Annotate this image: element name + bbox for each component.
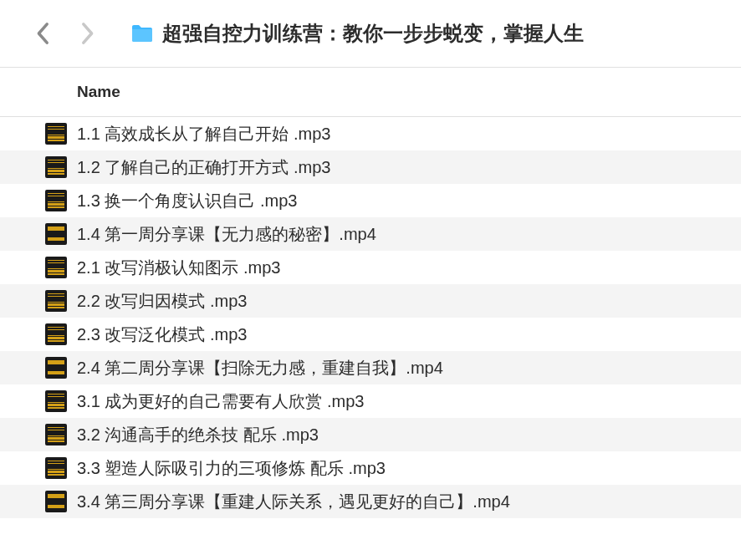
file-name: 3.4 第三周分享课【重建人际关系，遇见更好的自己】.mp4 xyxy=(77,491,510,513)
file-row[interactable]: 3.1 成为更好的自己需要有人欣赏 .mp3 xyxy=(0,384,741,418)
file-name: 2.3 改写泛化模式 .mp3 xyxy=(77,323,247,346)
audio-file-icon xyxy=(45,257,67,278)
folder-icon xyxy=(130,23,154,43)
chevron-left-icon xyxy=(36,22,51,45)
file-list: 1.1 高效成长从了解自己开始 .mp3 1.2 了解自己的正确打开方式 .mp… xyxy=(0,117,741,518)
nav-buttons xyxy=(33,23,97,43)
file-row[interactable]: 2.2 改写归因模式 .mp3 xyxy=(0,284,741,318)
file-row[interactable]: 3.2 沟通高手的绝杀技 配乐 .mp3 xyxy=(0,418,741,451)
file-name: 1.2 了解自己的正确打开方式 .mp3 xyxy=(77,156,330,179)
file-row[interactable]: 3.3 塑造人际吸引力的三项修炼 配乐 .mp3 xyxy=(0,451,741,485)
column-header-name[interactable]: Name xyxy=(77,83,120,101)
toolbar: 超强自控力训练营：教你一步步蜕变，掌握人生 xyxy=(0,0,741,68)
file-row[interactable]: 1.3 换一个角度认识自己 .mp3 xyxy=(0,184,741,217)
file-name: 3.1 成为更好的自己需要有人欣赏 .mp3 xyxy=(77,390,364,413)
audio-file-icon xyxy=(45,390,67,412)
chevron-right-icon xyxy=(79,22,95,45)
column-header-row: Name xyxy=(0,68,741,117)
audio-file-icon xyxy=(45,156,67,178)
file-row[interactable]: 1.1 高效成长从了解自己开始 .mp3 xyxy=(0,117,741,150)
back-button[interactable] xyxy=(33,23,54,43)
forward-button[interactable] xyxy=(77,23,97,43)
file-row[interactable]: 1.2 了解自己的正确打开方式 .mp3 xyxy=(0,150,741,184)
audio-file-icon xyxy=(45,190,67,211)
file-name: 2.1 改写消极认知图示 .mp3 xyxy=(77,257,280,279)
file-row[interactable]: 2.4 第二周分享课【扫除无力感，重建自我】.mp4 xyxy=(0,351,741,384)
video-file-icon xyxy=(45,223,67,245)
audio-file-icon xyxy=(45,457,67,479)
audio-file-icon xyxy=(45,123,67,145)
file-name: 1.3 换一个角度认识自己 .mp3 xyxy=(77,190,297,212)
file-row[interactable]: 2.1 改写消极认知图示 .mp3 xyxy=(0,251,741,284)
video-file-icon xyxy=(45,357,67,379)
file-name: 2.2 改写归因模式 .mp3 xyxy=(77,290,247,313)
video-file-icon xyxy=(45,491,67,512)
file-name: 3.2 沟通高手的绝杀技 配乐 .mp3 xyxy=(77,424,319,446)
audio-file-icon xyxy=(45,323,67,345)
file-row[interactable]: 2.3 改写泛化模式 .mp3 xyxy=(0,318,741,351)
file-name: 2.4 第二周分享课【扫除无力感，重建自我】.mp4 xyxy=(77,357,443,379)
file-name: 1.1 高效成长从了解自己开始 .mp3 xyxy=(77,123,330,145)
file-name: 3.3 塑造人际吸引力的三项修炼 配乐 .mp3 xyxy=(77,457,386,480)
file-name: 1.4 第一周分享课【无力感的秘密】.mp4 xyxy=(77,223,376,246)
audio-file-icon xyxy=(45,290,67,312)
file-row[interactable]: 3.4 第三周分享课【重建人际关系，遇见更好的自己】.mp4 xyxy=(0,485,741,518)
folder-name: 超强自控力训练营：教你一步步蜕变，掌握人生 xyxy=(162,20,584,47)
folder-title: 超强自控力训练营：教你一步步蜕变，掌握人生 xyxy=(130,20,584,47)
file-row[interactable]: 1.4 第一周分享课【无力感的秘密】.mp4 xyxy=(0,217,741,251)
audio-file-icon xyxy=(45,424,67,445)
